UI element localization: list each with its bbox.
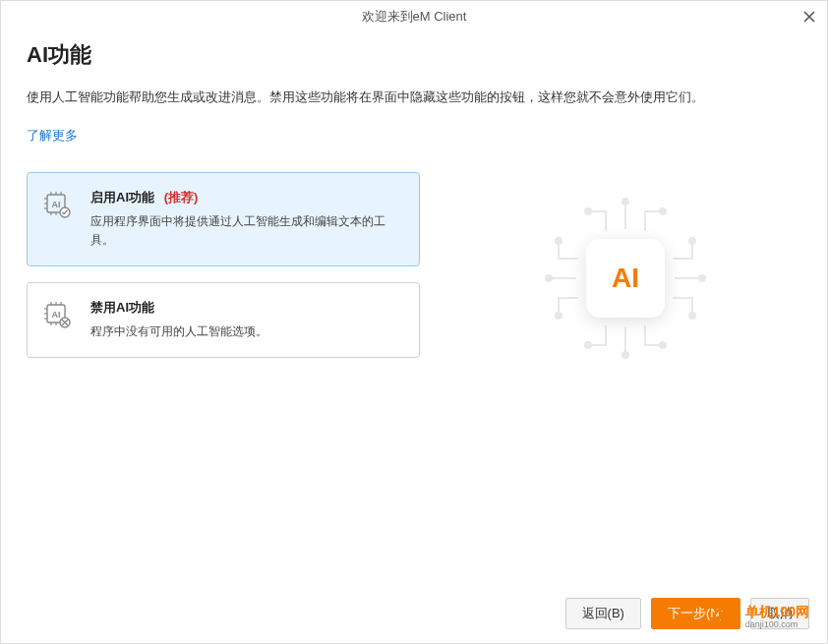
next-button[interactable]: 下一步(N): [651, 598, 740, 629]
option-enable-title: 启用AI功能 (推荐): [90, 189, 405, 206]
svg-point-35: [699, 275, 705, 281]
svg-text:AI: AI: [52, 310, 61, 320]
learn-more-link[interactable]: 了解更多: [27, 127, 78, 145]
svg-point-31: [660, 342, 666, 348]
svg-point-27: [585, 208, 591, 214]
cancel-button[interactable]: 取消: [750, 598, 809, 629]
option-enable-body: 启用AI功能 (推荐) 应用程序界面中将提供通过人工智能生成和编辑文本的工具。: [90, 189, 405, 250]
page-description: 使用人工智能功能帮助您生成或改进消息。禁用这些功能将在界面中隐藏这些功能的按钮，…: [27, 88, 801, 108]
back-button[interactable]: 返回(B): [565, 598, 641, 629]
option-disable-ai[interactable]: AI 禁用: [27, 282, 420, 358]
titlebar: 欢迎来到eM Client: [1, 1, 827, 32]
ai-chip-label: AI: [586, 239, 665, 318]
content-area: AI功能 使用人工智能功能帮助您生成或改进消息。禁用这些功能将在界面中隐藏这些功…: [1, 32, 827, 374]
svg-point-34: [556, 313, 562, 319]
recommended-badge: (推荐): [164, 190, 199, 205]
svg-point-36: [689, 238, 695, 244]
footer-buttons: 返回(B) 下一步(N) 取消: [565, 598, 809, 629]
ai-illustration: AI: [449, 172, 801, 375]
page-title: AI功能: [27, 40, 801, 70]
window-title: 欢迎来到eM Client: [362, 8, 467, 26]
main-area: AI 启用: [27, 172, 801, 375]
svg-text:AI: AI: [52, 200, 61, 209]
svg-point-28: [660, 208, 666, 214]
option-enable-desc: 应用程序界面中将提供通过人工智能生成和编辑文本的工具。: [90, 212, 405, 250]
svg-point-29: [622, 352, 628, 358]
close-button[interactable]: [799, 7, 819, 27]
svg-point-26: [622, 199, 628, 205]
svg-point-32: [546, 275, 552, 281]
ai-disable-icon: AI: [41, 299, 77, 341]
ai-enable-icon: AI: [41, 189, 77, 250]
option-disable-desc: 程序中没有可用的人工智能选项。: [90, 322, 405, 341]
option-enable-title-text: 启用AI功能: [90, 190, 154, 205]
option-disable-body: 禁用AI功能 程序中没有可用的人工智能选项。: [90, 299, 405, 341]
options-column: AI 启用: [27, 172, 420, 375]
option-enable-ai[interactable]: AI 启用: [27, 172, 420, 266]
option-disable-title: 禁用AI功能: [90, 299, 405, 317]
svg-point-37: [689, 313, 695, 319]
svg-point-33: [556, 238, 562, 244]
close-icon: [803, 11, 815, 23]
svg-point-30: [585, 342, 591, 348]
